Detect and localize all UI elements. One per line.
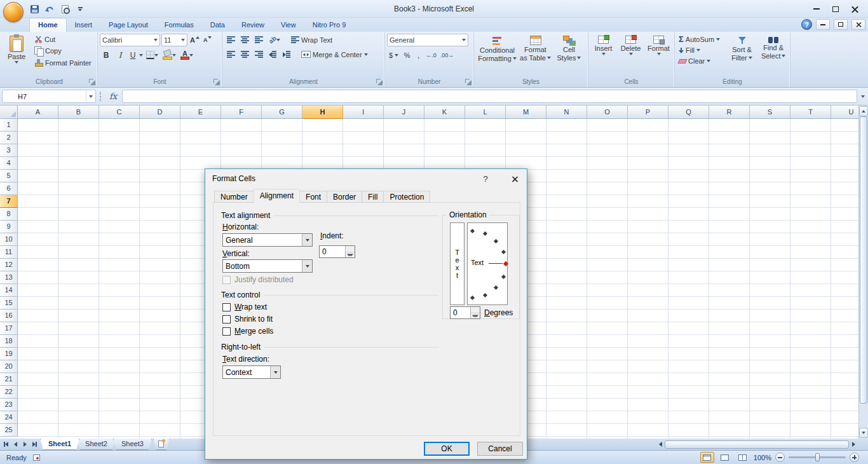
column-header-K[interactable]: K	[424, 106, 465, 119]
font-name-select[interactable]: Calibri	[100, 34, 160, 46]
paste-button[interactable]: Paste	[3, 34, 30, 77]
decrease-decimal-button[interactable]: .00→	[439, 51, 456, 60]
scroll-right-button[interactable]	[849, 440, 858, 449]
normal-view-button[interactable]	[700, 452, 714, 463]
format-as-table-button[interactable]: Format as Table	[519, 34, 553, 77]
sheet-tab-sheet2[interactable]: Sheet2	[77, 439, 116, 450]
select-all-button[interactable]	[0, 106, 18, 119]
row-header-11[interactable]: 11	[0, 246, 18, 259]
insert-worksheet-tab[interactable]	[153, 439, 170, 450]
row-header-18[interactable]: 18	[0, 335, 18, 348]
orientation-angle-marker[interactable]	[483, 231, 487, 236]
dialog-tab-fill[interactable]: Fill	[362, 191, 384, 203]
wrap-text-button[interactable]: Wrap Text	[289, 35, 334, 45]
wrap-text-checkbox[interactable]: Wrap text	[222, 303, 267, 311]
spin-down-button[interactable]	[346, 252, 355, 258]
column-header-N[interactable]: N	[546, 106, 587, 119]
spin-up-button[interactable]	[471, 307, 480, 313]
orientation-angle-marker[interactable]	[501, 275, 506, 279]
fill-color-button[interactable]	[161, 49, 177, 61]
merge-center-button[interactable]: Merge & Center	[299, 50, 370, 60]
font-color-button[interactable]: A	[179, 49, 195, 61]
orientation-angle-marker[interactable]	[483, 293, 487, 297]
underline-options-chevron[interactable]	[139, 54, 143, 57]
horizontal-scrollbar[interactable]	[656, 439, 858, 450]
column-header-J[interactable]: J	[384, 106, 424, 119]
column-header-I[interactable]: I	[343, 106, 384, 119]
ribbon-tab-review[interactable]: Review	[233, 18, 273, 32]
insert-cells-button[interactable]: Insert	[590, 34, 616, 77]
orientation-button[interactable]: ab	[266, 34, 283, 46]
ribbon-tab-nitro-pro-9[interactable]: Nitro Pro 9	[304, 18, 355, 32]
row-header-3[interactable]: 3	[0, 144, 18, 157]
column-header-H[interactable]: H	[302, 106, 343, 119]
degrees-spinner[interactable]: 0	[450, 306, 480, 319]
previous-sheet-button[interactable]	[11, 440, 20, 449]
zoom-slider-thumb[interactable]	[815, 453, 820, 461]
row-header-5[interactable]: 5	[0, 170, 18, 182]
format-cells-button[interactable]: Format	[645, 34, 672, 77]
vertical-scrollbar[interactable]	[858, 106, 868, 439]
column-header-D[interactable]: D	[140, 106, 180, 119]
merge-cells-checkbox[interactable]: Merge cells	[222, 327, 273, 336]
row-header-9[interactable]: 9	[0, 221, 18, 233]
text-direction-select[interactable]: Context	[222, 365, 281, 379]
column-header-R[interactable]: R	[709, 106, 750, 119]
column-header-C[interactable]: C	[99, 106, 140, 119]
shrink-font-button[interactable]: A	[202, 36, 214, 44]
row-header-7[interactable]: 7	[0, 195, 18, 208]
dialog-tab-border[interactable]: Border	[327, 191, 362, 203]
italic-button[interactable]: I	[114, 49, 126, 61]
increase-decimal-button[interactable]: ←.0	[424, 51, 438, 60]
ribbon-tab-data[interactable]: Data	[202, 18, 233, 32]
dialog-tab-protection[interactable]: Protection	[383, 191, 430, 203]
align-left-button[interactable]	[224, 48, 237, 60]
column-header-L[interactable]: L	[465, 106, 506, 119]
orientation-angle-marker[interactable]	[470, 296, 475, 300]
ok-button[interactable]: OK	[424, 442, 470, 456]
first-sheet-button[interactable]	[1, 440, 10, 449]
dialog-title-bar[interactable]: Format Cells ?	[205, 169, 527, 188]
row-header-13[interactable]: 13	[0, 271, 18, 284]
row-header-20[interactable]: 20	[0, 360, 18, 373]
row-header-10[interactable]: 10	[0, 233, 18, 246]
spin-up-button[interactable]	[346, 246, 355, 252]
align-center-button[interactable]	[238, 48, 251, 60]
row-header-16[interactable]: 16	[0, 310, 18, 322]
bottom-align-button[interactable]	[252, 34, 265, 46]
ribbon-tab-page-layout[interactable]: Page Layout	[100, 18, 156, 32]
increase-indent-button[interactable]	[280, 48, 293, 60]
row-header-6[interactable]: 6	[0, 182, 18, 195]
zoom-in-button[interactable]	[850, 453, 859, 462]
row-header-24[interactable]: 24	[0, 411, 18, 424]
column-header-O[interactable]: O	[587, 106, 628, 119]
column-header-E[interactable]: E	[180, 106, 221, 119]
alignment-dialog-launcher[interactable]	[376, 78, 383, 85]
row-header-21[interactable]: 21	[0, 373, 18, 386]
orientation-angle-marker[interactable]	[470, 229, 475, 233]
row-header-1[interactable]: 1	[0, 119, 18, 132]
dialog-close-button[interactable]	[504, 169, 526, 188]
workbook-restore-button[interactable]	[834, 19, 848, 30]
top-align-button[interactable]	[224, 34, 237, 46]
column-header-M[interactable]: M	[506, 106, 546, 119]
scroll-left-button[interactable]	[656, 440, 665, 449]
comma-style-button[interactable]: ,	[414, 49, 423, 61]
font-size-select[interactable]: 11	[161, 34, 187, 46]
orientation-angle-marker[interactable]	[494, 285, 498, 290]
row-header-15[interactable]: 15	[0, 297, 18, 310]
font-dialog-launcher[interactable]	[213, 78, 220, 85]
minimize-button[interactable]	[807, 2, 826, 16]
fill-button[interactable]: Fill	[677, 45, 725, 55]
dialog-tab-font[interactable]: Font	[299, 191, 327, 203]
align-right-button[interactable]	[252, 48, 265, 60]
orientation-vertical-text-control[interactable]: Text	[450, 222, 465, 305]
ribbon-tab-insert[interactable]: Insert	[67, 18, 101, 32]
ribbon-tab-view[interactable]: View	[273, 18, 304, 32]
orientation-angle-marker[interactable]	[501, 250, 506, 254]
ribbon-tab-home[interactable]: Home	[29, 18, 67, 32]
column-header-U[interactable]: U	[831, 106, 858, 119]
vertical-select[interactable]: Bottom	[222, 259, 313, 273]
percent-style-button[interactable]: %	[402, 49, 412, 61]
insert-function-button[interactable]: fx	[104, 92, 122, 101]
